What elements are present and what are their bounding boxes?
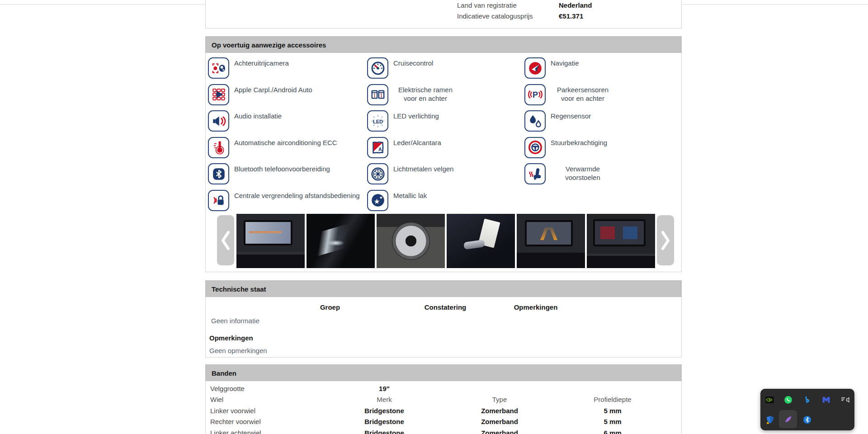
climate-thermometer-icon: [208, 137, 229, 158]
leather-icon: A: [367, 137, 388, 158]
chevron-left-icon: [220, 231, 231, 250]
accessory-item: Cruisecontrol: [367, 57, 458, 79]
accessory-label: Regensensor: [551, 110, 591, 132]
tyre-header-wiel: Wiel: [210, 396, 223, 403]
volume-lines-icon[interactable]: [840, 394, 850, 405]
accessories-column-2: NavigatiePParkeersensoren voor en achter…: [524, 57, 615, 190]
accessory-item: Navigatie: [524, 57, 615, 79]
malwarebytes-icon[interactable]: [821, 394, 831, 405]
wheel-name: Linker achterwiel: [210, 429, 261, 434]
registration-country-label: Land van registratie: [457, 1, 557, 10]
tyre-depth: 5 mm: [567, 418, 658, 425]
nvidia-icon[interactable]: [764, 394, 775, 405]
tyre-header-row: Wiel Merk Type Profieldiepte: [206, 396, 681, 406]
accessory-item: Apple Carpl./Android Auto: [208, 84, 364, 105]
catalog-price-label: Indicatieve catalogusprijs: [457, 12, 557, 21]
steering-wheel-icon: [524, 137, 546, 158]
metallic-paint-icon: ★★: [367, 190, 388, 211]
tyres-section: Banden Velggrootte 19" Wiel Merk Type Pr…: [205, 364, 682, 434]
tyre-brand: Bridgestone: [339, 407, 429, 415]
accessory-label: Centrale vergrendeling afstandsbediening: [234, 190, 360, 211]
tyre-header-type: Type: [454, 396, 545, 403]
rear-camera-icon: [208, 57, 229, 79]
technical-body: Groep Constatering Opmerkingen Geen info…: [205, 297, 682, 358]
tyre-brand: Bridgestone: [339, 429, 429, 434]
windows-security-warning-icon[interactable]: [764, 414, 775, 425]
accessory-label: Bluetooth telefoonvoorbereiding: [234, 163, 330, 184]
technical-section-title: Technische staat: [205, 280, 682, 297]
accessory-label: Stuurbekrachtiging: [551, 137, 607, 158]
svg-text:LED: LED: [373, 118, 382, 124]
technical-state-section: Technische staat Groep Constatering Opme…: [205, 280, 682, 358]
bluetooth-tray-icon[interactable]: [802, 414, 812, 425]
led-light-icon: LED: [367, 110, 388, 132]
accessory-label: Metallic lak: [393, 190, 427, 211]
accessory-label: Leder/Alcantara: [393, 137, 441, 158]
tyre-type: Zomerband: [454, 407, 545, 415]
accessory-item: Lichtmetalen velgen: [367, 163, 458, 184]
wheel-name: Rechter voorwiel: [210, 418, 261, 425]
tyre-size-row: Velggrootte 19": [206, 385, 681, 395]
accessory-label: Navigatie: [551, 57, 579, 79]
rain-sensor-icon: [524, 110, 546, 132]
registration-country-value: Nederland: [559, 1, 676, 10]
accessory-label: Verwarmde voorstoelen: [551, 163, 615, 184]
accessory-item: Elektrische ramen voor en achter: [367, 84, 458, 105]
technical-header-groep: Groep: [303, 303, 357, 311]
accessory-item: Verwarmde voorstoelen: [524, 163, 615, 184]
svg-text:P: P: [532, 90, 538, 99]
svg-text:A: A: [378, 146, 382, 152]
parking-sensors-icon: P: [524, 84, 546, 105]
whatsapp-icon[interactable]: [783, 394, 793, 405]
photo-carousel: [236, 214, 655, 268]
accessories-column-0: AchteruitrijcameraApple Carpl./Android A…: [208, 57, 364, 216]
accessory-item: ★★Metallic lak: [367, 190, 458, 211]
accessory-label: Automatische airconditioning ECC: [234, 137, 337, 158]
bing-icon[interactable]: [802, 394, 812, 405]
accessory-item: Regensensor: [524, 110, 615, 132]
accessories-column-1: CruisecontrolElektrische ramen voor en a…: [367, 57, 458, 216]
accessories-section-title: Op voertuig aanwezige accessoires: [205, 36, 682, 53]
accessory-item: Stuurbekrachtiging: [524, 137, 615, 158]
tyre-depth: 6 mm: [567, 429, 658, 434]
accessory-label: Parkeersensoren voor en achter: [551, 84, 615, 105]
accessory-item: Audio installatie: [208, 110, 364, 132]
accessory-item: Bluetooth telefoonvoorbereiding: [208, 163, 364, 184]
no-remarks-text: Geen opmerkingen: [209, 347, 267, 355]
carousel-next-button[interactable]: [657, 215, 674, 265]
accessories-body: AchteruitrijcameraApple Carpl./Android A…: [205, 53, 682, 272]
technical-header-constatering: Constatering: [411, 303, 479, 311]
accessory-label: LED verlichting: [393, 110, 439, 132]
accessory-item: Automatische airconditioning ECC: [208, 137, 364, 158]
no-information-text: Geen informatie: [211, 317, 259, 325]
electric-windows-icon: [367, 84, 388, 105]
dashboard-navigation-photo[interactable]: [236, 214, 305, 268]
catalog-price-value: €51.371: [559, 12, 676, 21]
heated-seat-icon: [524, 163, 546, 184]
lightshot-feather-icon[interactable]: [783, 414, 793, 425]
carousel-prev-button[interactable]: [217, 215, 234, 265]
accessory-label: Audio installatie: [234, 110, 282, 132]
wheel-name: Linker voorwiel: [210, 407, 255, 415]
accessory-item: PParkeersensoren voor en achter: [524, 84, 615, 105]
accessory-item: Centrale vergrendeling afstandsbediening: [208, 190, 364, 211]
accessory-label: Lichtmetalen velgen: [393, 163, 453, 184]
headlight-photo[interactable]: [307, 214, 375, 268]
tyre-row-right-front: Rechter voorwiel Bridgestone Zomerband 5…: [206, 418, 681, 428]
remarks-title: Opmerkingen: [209, 334, 253, 342]
system-tray-popup: [760, 389, 854, 430]
car-key-photo[interactable]: [447, 214, 515, 268]
accessories-section: Op voertuig aanwezige accessoires Achter…: [205, 36, 682, 272]
cruise-gauge-icon: [367, 57, 388, 79]
alloy-wheel-icon: [367, 163, 388, 184]
tyre-type: Zomerband: [454, 418, 545, 425]
tyre-brand: Bridgestone: [339, 418, 429, 425]
tyre-header-profieldiepte: Profieldiepte: [567, 396, 658, 403]
accessory-label: Cruisecontrol: [393, 57, 433, 79]
accessory-item: LEDLED verlichting: [367, 110, 458, 132]
alloy-wheel-photo[interactable]: [377, 214, 445, 268]
audio-speaker-icon: [208, 110, 229, 132]
tyre-size-label: Velggrootte: [210, 385, 245, 392]
dashboard-display-photo[interactable]: [587, 214, 655, 268]
parking-camera-photo[interactable]: [517, 214, 585, 268]
